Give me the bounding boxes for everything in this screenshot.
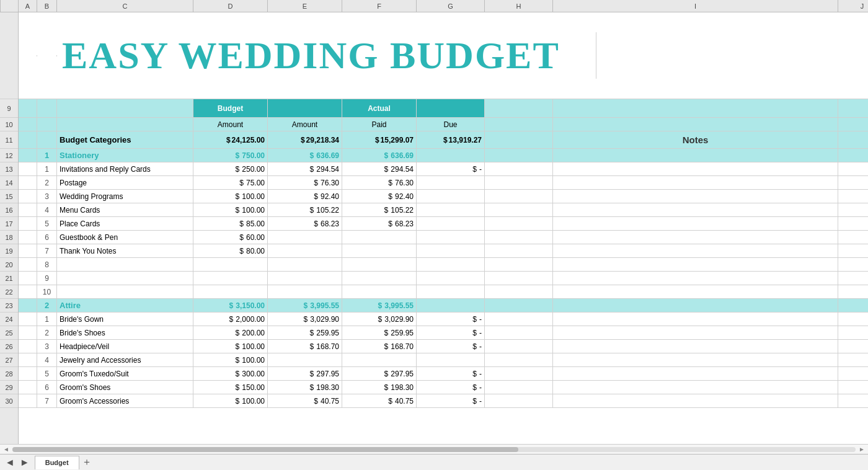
row-num-11: 11 [0,131,18,149]
notes-header: Notes [553,131,838,148]
header-row9-c [57,99,193,117]
header-row9-b [37,99,57,117]
stat-item-2: 2 Postage $75.00 $76.30 $76.30 [19,176,868,190]
header-row9-a [19,99,37,117]
paid-total-dollar: $ [375,136,379,144]
header-row10-c [57,118,193,131]
category-stationery-row: 1 Stationery $ 750.00 $ 636.69 $ 636.69 [19,149,868,162]
totals-row-j [838,131,868,148]
scroll-right-arrow[interactable]: ► [857,446,867,453]
stat-cat-a [19,149,37,162]
row-num-12: 12 [0,149,18,162]
col-header-b: B [37,0,57,12]
actual-header-g [417,99,485,117]
totals-row-b [37,131,57,148]
row-num-16: 16 [0,203,18,217]
col-header-j: J [838,0,868,12]
row-num-19: 19 [0,244,18,258]
row-num-17: 17 [0,217,18,231]
actual-header-e [268,99,342,117]
actual-total-dollar: $ [301,136,305,144]
scrollbar-thumb [12,447,518,452]
row-num-30: 30 [0,394,18,408]
row-num-15: 15 [0,190,18,203]
category-attire-row: 2 Attire $ 3,150.00 $ 3,995.55 $ 3,995.5… [19,299,868,313]
budget-total: $ 24,125.00 [193,131,268,148]
actual-amount-total: $ 29,218.34 [268,131,342,148]
row-num-1 [0,12,18,99]
stat-cat-name: Stationery [57,149,193,162]
stat-item-8: 8 [19,258,868,272]
header-row-budget-actual: Budget Actual [19,99,868,118]
stat-cat-j [838,149,868,162]
sheet-content: EASY WEDDING BUDGET Budget Actual [19,12,868,444]
stat-item-9: 9 [19,272,868,285]
row-num-28: 28 [0,367,18,381]
stat-cat-num: 1 [37,149,57,162]
row-num-21: 21 [0,272,18,285]
budget-total-value: 24,125.00 [232,136,265,144]
stat-item-7: 7 Thank You Notes $80.00 [19,244,868,258]
attire-item-1: 1 Bride's Gown $2,000.00 $3,029.90 $3,02… [19,313,868,326]
due-label: Due [417,118,485,131]
actual-amount-label: Amount [268,118,342,131]
paid-total: $ 15,299.07 [342,131,417,148]
due-total-dollar: $ [443,136,448,144]
attire-item-3: 3 Headpiece/Veil $100.00 $168.70 $168.70… [19,340,868,353]
header-row9-h [485,99,553,117]
title-col-b [37,55,57,56]
col-header-c: C [57,0,193,12]
horizontal-scrollbar[interactable]: ◄ ► [0,444,868,454]
stat-paid-v: 636.69 [391,151,414,160]
scroll-left-arrow[interactable]: ◄ [1,446,11,453]
due-total-value: 13,919.27 [449,136,482,144]
spreadsheet-wrapper: A B C D E F G H I J 9 10 11 12 13 14 15 … [0,0,868,470]
attire-item-4: 4 Jewelry and Accessories $100.00 [19,353,868,367]
row-num-27: 27 [0,353,18,367]
spreadsheet-title: EASY WEDDING BUDGET [57,32,596,79]
tab-bar: ◄ ► Budget ＋ [0,454,868,470]
stat-item-10: 10 [19,285,868,299]
add-sheet-button[interactable]: ＋ [81,456,93,469]
stat-item-6: 6 Guestbook & Pen $60.00 [19,231,868,244]
header-row9-i [553,99,838,117]
actual-header-f: Actual [342,99,417,117]
col-header-i: I [553,0,838,12]
budget-tab[interactable]: Budget [35,456,79,469]
title-col-a [19,55,37,56]
stat-paid-d: $ [384,151,389,160]
row-num-22: 22 [0,285,18,299]
row-num-20: 20 [0,258,18,272]
tab-scroll-right[interactable]: ► [17,457,32,468]
stat-item-3: 3 Wedding Programs $100.00 $92.40 $92.40 [19,190,868,203]
header-row-amounts: Amount Amount Paid Due [19,118,868,131]
row-num-26: 26 [0,340,18,353]
budget-categories-label: Budget Categories [57,131,193,148]
paid-label: Paid [342,118,417,131]
title-row: EASY WEDDING BUDGET [19,12,868,99]
tab-scroll-left[interactable]: ◄ [2,457,17,468]
attire-item-7: 7 Groom's Accessories $100.00 $40.75 $40… [19,394,868,408]
row-num-10: 10 [0,118,18,131]
due-total: $ 13,919.27 [417,131,485,148]
header-row10-j [838,118,868,131]
row-num-18: 18 [0,231,18,244]
scrollbar-track[interactable] [12,447,856,452]
stat-actual-v: 636.69 [316,151,339,160]
stat-cat-h [485,149,553,162]
row-num-23: 23 [0,299,18,313]
col-header-d: D [193,0,268,12]
stat-cat-due [417,149,485,162]
paid-total-value: 15,299.07 [381,136,414,144]
totals-row-a [19,131,37,148]
col-header-e: E [268,0,342,12]
stat-item-5: 5 Place Cards $85.00 $68.23 $68.23 [19,217,868,231]
stat-budget-d: $ [236,151,240,160]
title-notes-area [596,55,868,56]
row-num-14: 14 [0,176,18,190]
header-row-totals: Budget Categories $ 24,125.00 $ 29,218.3… [19,131,868,149]
header-row10-h [485,118,553,131]
row-num-13: 13 [0,162,18,176]
header-row10-i [553,118,838,131]
row-num-corner [0,0,19,12]
